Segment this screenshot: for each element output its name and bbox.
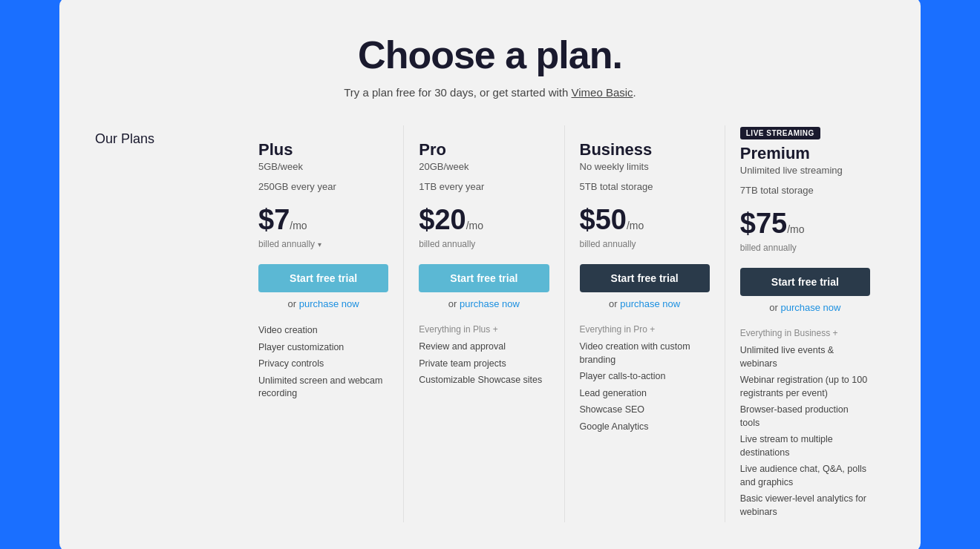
plan-storage: 7TB total storage (740, 185, 870, 196)
price-amount: 20 (434, 204, 466, 235)
billing-arrow-icon: ▾ (318, 240, 321, 249)
feature-item: Lead generation (580, 387, 710, 401)
start-trial-button-premium[interactable]: Start free trial (740, 268, 870, 296)
plan-col-pro: Pro 20GB/week 1TB every year $20/mo bill… (403, 125, 564, 522)
or-purchase-premium: or purchase now (740, 302, 870, 313)
plan-billing: billed annually (580, 239, 710, 249)
plans-section: Our Plans Plus 5GB/week 250GB every year… (95, 125, 885, 522)
price-per-mo: /mo (290, 220, 307, 231)
plan-limit: Unlimited live streaming (740, 165, 870, 176)
purchase-now-link-premium[interactable]: purchase now (780, 302, 840, 313)
features-header: Everything in Plus + (419, 324, 549, 335)
feature-item: Customizable Showcase sites (419, 374, 549, 387)
plan-name: Plus (258, 140, 388, 160)
price-dollar: $ (580, 204, 595, 235)
plan-storage: 1TB every year (419, 181, 549, 192)
plan-name: Pro (419, 140, 549, 160)
purchase-now-link-pro[interactable]: purchase now (460, 298, 520, 309)
main-card: Choose a plan. Try a plan free for 30 da… (59, 0, 921, 549)
page-header: Choose a plan. Try a plan free for 30 da… (95, 33, 885, 99)
purchase-now-link-plus[interactable]: purchase now (299, 298, 359, 309)
plan-name: Premium (740, 144, 870, 163)
plan-col-business: Business No weekly limits 5TB total stor… (564, 125, 725, 522)
feature-item: Browser-based production tools (740, 404, 870, 430)
plan-storage: 5TB total storage (580, 181, 710, 192)
start-trial-button-pro[interactable]: Start free trial (419, 264, 549, 292)
feature-item: Unlimited live events & webinars (740, 344, 870, 370)
page-title: Choose a plan. (95, 33, 885, 77)
features-list-business: Everything in Pro + Video creation with … (580, 324, 710, 433)
features-list-premium: Everything in Business + Unlimited live … (740, 328, 870, 519)
features-header: Everything in Pro + (580, 324, 710, 335)
feature-item: Google Analytics (580, 421, 710, 434)
live-badge: LIVE STREAMING (740, 127, 820, 139)
price-amount: 7 (274, 204, 290, 235)
plan-name: Business (580, 140, 710, 160)
price-per-mo: /mo (627, 220, 644, 231)
feature-item: Video creation (258, 324, 388, 338)
plan-col-plus: Plus 5GB/week 250GB every year $7/mo bil… (244, 125, 403, 522)
feature-item: Video creation with custom branding (580, 341, 710, 366)
or-purchase-business: or purchase now (580, 298, 710, 309)
plan-billing: billed annually (740, 243, 870, 253)
plan-limit: 20GB/week (419, 161, 549, 172)
or-purchase-plus: or purchase now (258, 298, 388, 309)
or-purchase-pro: or purchase now (419, 298, 549, 309)
price-dollar: $ (258, 204, 274, 235)
our-plans-label: Our Plans (95, 125, 244, 522)
price-dollar: $ (740, 208, 756, 239)
feature-item: Basic viewer-level analytics for webinar… (740, 493, 870, 519)
plan-price: $20/mo (419, 204, 549, 236)
plan-billing: billed annually (419, 239, 549, 249)
price-per-mo: /mo (787, 223, 804, 235)
feature-item: Live stream to multiple destinations (740, 433, 870, 459)
price-dollar: $ (419, 204, 434, 235)
features-list-pro: Everything in Plus + Review and approval… (419, 324, 549, 387)
feature-item: Player calls-to-action (580, 370, 710, 384)
price-per-mo: /mo (466, 220, 483, 231)
plan-price: $50/mo (580, 204, 710, 236)
start-trial-button-plus[interactable]: Start free trial (258, 264, 388, 292)
plan-billing: billed annually▾ (258, 239, 388, 249)
feature-item: Privacy controls (258, 358, 388, 371)
features-list-plus: Video creationPlayer customizationPrivac… (258, 324, 388, 401)
feature-item: Review and approval (419, 341, 549, 354)
page-subtitle: Try a plan free for 30 days, or get star… (95, 86, 885, 99)
feature-item: Webinar registration (up to 100 registra… (740, 374, 870, 400)
feature-item: Private team projects (419, 358, 549, 371)
plan-col-premium: LIVE STREAMING Premium Unlimited live st… (725, 125, 885, 522)
price-amount: 50 (595, 204, 627, 235)
feature-item: Showcase SEO (580, 404, 710, 417)
plan-price: $75/mo (740, 208, 870, 240)
plan-limit: 5GB/week (258, 161, 388, 172)
features-header: Everything in Business + (740, 328, 870, 338)
plan-price: $7/mo (258, 204, 388, 236)
start-trial-button-business[interactable]: Start free trial (580, 264, 710, 292)
plan-storage: 250GB every year (258, 181, 388, 192)
plan-limit: No weekly limits (580, 161, 710, 172)
feature-item: Live audience chat, Q&A, polls and graph… (740, 463, 870, 489)
plans-grid: Plus 5GB/week 250GB every year $7/mo bil… (244, 125, 885, 522)
price-amount: 75 (756, 208, 787, 239)
feature-item: Unlimited screen and webcam recording (258, 375, 388, 401)
vimeo-basic-link[interactable]: Vimeo Basic (572, 86, 633, 99)
feature-item: Player customization (258, 341, 388, 355)
purchase-now-link-business[interactable]: purchase now (620, 298, 680, 309)
